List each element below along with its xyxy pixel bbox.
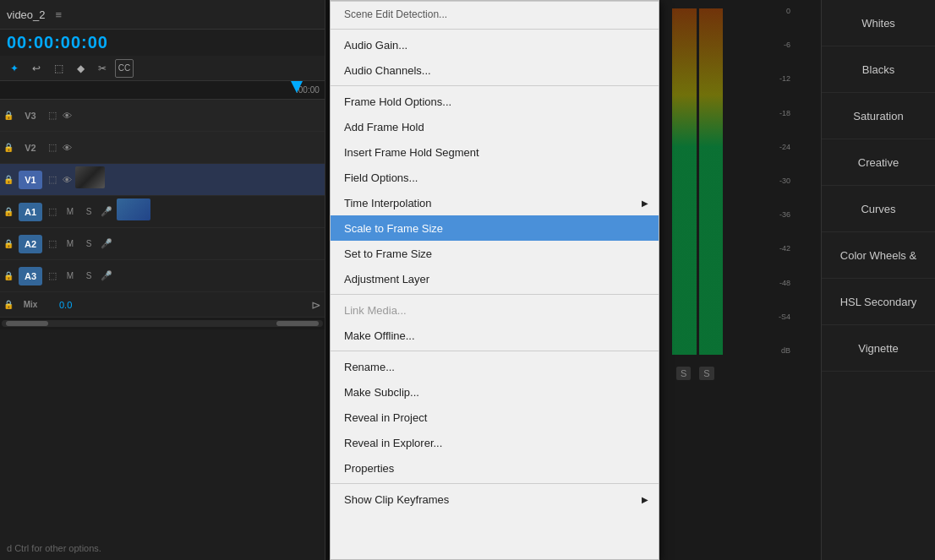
solo-label-a1[interactable]: S xyxy=(81,207,96,216)
menu-item-make-offline[interactable]: Make Offline... xyxy=(331,323,659,348)
vu-tick-s4: -S4 xyxy=(779,313,790,321)
razor-tool[interactable]: ✂ xyxy=(93,59,112,78)
menu-item-scale-to-frame[interactable]: Scale to Frame Size xyxy=(331,215,659,241)
menu-item-frame-hold-options[interactable]: Frame Hold Options... xyxy=(331,89,659,114)
color-option-whites[interactable]: Whites xyxy=(822,0,935,46)
eye-icon-v2[interactable]: 👁 xyxy=(63,143,72,153)
frame-hold-options-label: Frame Hold Options... xyxy=(344,95,451,108)
track-select-tool[interactable]: ⬚ xyxy=(49,59,68,78)
solo-label-a2[interactable]: S xyxy=(81,239,96,248)
menu-item-scene-edit[interactable]: Scene Edit Detection... xyxy=(331,1,659,26)
scrollbar-thumb-left[interactable] xyxy=(6,321,48,326)
vu-tick-12: -12 xyxy=(779,74,790,83)
menu-item-link-media[interactable]: Link Media... xyxy=(331,297,659,323)
track-label-v2: V2 xyxy=(19,139,42,157)
menu-item-adjustment-layer[interactable]: Adjustment Layer xyxy=(331,266,659,291)
clip-thumbnail-a1 xyxy=(117,198,150,220)
eye-icon-v3[interactable]: 👁 xyxy=(63,111,72,121)
lock-icon-a3[interactable]: 🔒 xyxy=(3,271,15,280)
scrollbar-row[interactable] xyxy=(0,318,325,329)
menu-item-set-to-frame[interactable]: Set to Frame Size xyxy=(331,241,659,266)
film-icon-v1: ⬚ xyxy=(46,174,59,185)
creative-label: Creative xyxy=(858,156,899,169)
color-option-curves[interactable]: Curves xyxy=(822,186,935,232)
color-option-vignette[interactable]: Vignette xyxy=(822,325,935,372)
vu-btn-s-left[interactable]: S xyxy=(676,367,691,380)
menu-item-make-subclip[interactable]: Make Subclip... xyxy=(331,379,659,405)
timeline-time-row: :00:00 xyxy=(0,81,325,100)
vu-tick-30: -30 xyxy=(779,177,790,185)
track-a1: 🔒 A1 ⬚ M S 🎤 xyxy=(0,196,325,228)
menu-item-properties[interactable]: Properties xyxy=(331,455,659,481)
menu-item-reveal-project[interactable]: Reveal in Project xyxy=(331,405,659,430)
lock-icon-a1[interactable]: 🔒 xyxy=(3,207,15,216)
audio-channels-label: Audio Channels... xyxy=(344,64,431,77)
toolbar: ✦ ↩ ⬚ ◆ ✂ CC xyxy=(0,56,325,81)
adjustment-layer-label: Adjustment Layer xyxy=(344,273,429,285)
track-a3: 🔒 A3 ⬚ M S 🎤 xyxy=(0,260,325,292)
lock-icon-v1[interactable]: 🔒 xyxy=(3,175,15,184)
color-option-blacks[interactable]: Blacks xyxy=(822,46,935,93)
vu-btn-s-right[interactable]: S xyxy=(699,367,714,380)
field-options-label: Field Options... xyxy=(344,171,418,184)
menu-item-add-frame-hold[interactable]: Add Frame Hold xyxy=(331,114,659,139)
lock-icon-mix[interactable]: 🔒 xyxy=(3,300,15,309)
scrollbar-track[interactable] xyxy=(2,320,323,327)
lock-icon-v2[interactable]: 🔒 xyxy=(3,143,15,152)
color-option-color-wheels[interactable]: Color Wheels & xyxy=(822,232,935,279)
vu-footer: S S xyxy=(676,367,714,380)
menu-icon[interactable]: ≡ xyxy=(56,8,63,21)
properties-label: Properties xyxy=(344,462,394,475)
mix-end-btn[interactable]: ⊳ xyxy=(311,298,321,312)
menu-item-insert-frame-hold[interactable]: Insert Frame Hold Segment xyxy=(331,139,659,165)
show-keyframes-label: Show Clip Keyframes xyxy=(344,493,449,506)
hsl-secondary-label: HSL Secondary xyxy=(840,296,917,308)
marker-tool[interactable]: ◆ xyxy=(71,59,90,78)
link-media-label: Link Media... xyxy=(344,304,407,317)
saturation-label: Saturation xyxy=(853,110,903,122)
mute-label-a3[interactable]: M xyxy=(63,271,78,280)
vu-tick-48: -48 xyxy=(779,279,790,287)
thumbnail-inner xyxy=(75,166,105,188)
menu-item-time-interpolation[interactable]: Time Interpolation ▶ xyxy=(331,190,659,215)
menu-item-show-keyframes[interactable]: Show Clip Keyframes ▶ xyxy=(331,487,659,512)
thumbnail-inner-a1 xyxy=(117,198,150,220)
mic-icon-a2: 🎤 xyxy=(100,238,113,249)
vu-meter-area: 0 -6 -12 -18 -24 -30 -36 -42 -48 -S4 dB … xyxy=(659,0,816,405)
color-option-hsl-secondary[interactable]: HSL Secondary xyxy=(822,279,935,325)
mix-row: 🔒 Mix 0.0 ⊳ xyxy=(0,292,325,318)
lock-icon-a2[interactable]: 🔒 xyxy=(3,239,15,248)
menu-item-audio-channels[interactable]: Audio Channels... xyxy=(331,57,659,83)
selection-tool[interactable]: ✦ xyxy=(5,59,24,78)
track-content-v3 xyxy=(75,100,321,131)
eye-icon-v1[interactable]: 👁 xyxy=(63,175,72,185)
menu-item-audio-gain[interactable]: Audio Gain... xyxy=(331,32,659,57)
menu-item-reveal-explorer[interactable]: Reveal in Explorer... xyxy=(331,430,659,455)
vu-tick-42: -42 xyxy=(779,244,790,253)
rename-label: Rename... xyxy=(344,361,395,373)
add-frame-hold-label: Add Frame Hold xyxy=(344,121,424,133)
menu-item-rename[interactable]: Rename... xyxy=(331,354,659,379)
timeline-header: video_2 ≡ xyxy=(0,0,325,30)
track-content-a3 xyxy=(117,260,321,291)
track-content-v2 xyxy=(75,132,321,163)
track-a2: 🔒 A2 ⬚ M S 🎤 xyxy=(0,228,325,260)
color-option-creative[interactable]: Creative xyxy=(822,139,935,186)
captions-tool[interactable]: CC xyxy=(115,59,134,78)
track-content-a2 xyxy=(117,228,321,259)
ripple-tool[interactable]: ↩ xyxy=(27,59,46,78)
solo-label-a3[interactable]: S xyxy=(81,271,96,280)
lock-icon-v3[interactable]: 🔒 xyxy=(3,111,15,120)
mute-label-a2[interactable]: M xyxy=(63,239,78,248)
color-wheels-label: Color Wheels & xyxy=(840,249,916,262)
mic-icon-a1: 🎤 xyxy=(100,206,113,217)
color-option-saturation[interactable]: Saturation xyxy=(822,93,935,139)
vu-bars xyxy=(672,8,723,355)
mute-label-a1[interactable]: M xyxy=(63,207,78,216)
track-content-v1 xyxy=(75,164,321,195)
menu-separator-3 xyxy=(331,294,659,295)
menu-item-field-options[interactable]: Field Options... xyxy=(331,165,659,190)
scrollbar-thumb-right[interactable] xyxy=(276,321,319,326)
mix-value: 0.0 xyxy=(59,300,72,310)
vu-tick-6: -6 xyxy=(784,41,790,49)
